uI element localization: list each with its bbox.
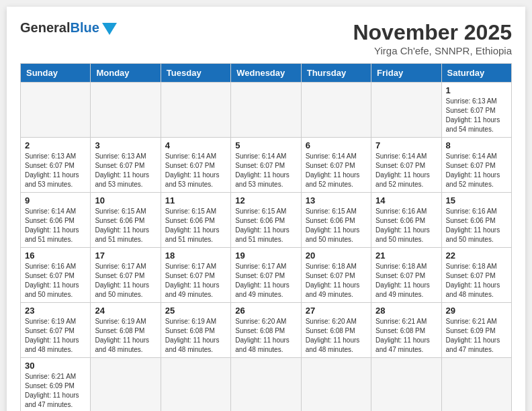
- day-cell-3-0: 16Sunrise: 6:16 AMSunset: 6:07 PMDayligh…: [21, 248, 91, 303]
- day-number-20: 20: [306, 250, 367, 261]
- day-number-28: 28: [375, 306, 437, 316]
- day-cell-3-4: 20Sunrise: 6:18 AMSunset: 6:07 PMDayligh…: [301, 248, 371, 303]
- calendar-table: Sunday Monday Tuesday Wednesday Thursday…: [20, 63, 512, 411]
- day-cell-1-6: 8Sunrise: 6:14 AMSunset: 6:07 PMDaylight…: [441, 138, 511, 193]
- day-cell-4-1: 24Sunrise: 6:19 AMSunset: 6:08 PMDayligh…: [91, 303, 161, 358]
- week-row-1: 2Sunrise: 6:13 AMSunset: 6:07 PMDaylight…: [21, 138, 512, 193]
- week-row-5: 30Sunrise: 6:21 AMSunset: 6:09 PMDayligh…: [21, 358, 512, 412]
- day-cell-5-6: [441, 358, 511, 412]
- day-cell-2-2: 11Sunrise: 6:15 AMSunset: 6:06 PMDayligh…: [161, 193, 230, 248]
- day-info-23: Sunrise: 6:19 AMSunset: 6:07 PMDaylight:…: [25, 317, 86, 355]
- day-cell-0-5: [371, 83, 441, 138]
- day-info-2: Sunrise: 6:13 AMSunset: 6:07 PMDaylight:…: [25, 152, 86, 189]
- day-cell-3-3: 19Sunrise: 6:17 AMSunset: 6:07 PMDayligh…: [231, 248, 301, 303]
- day-number-17: 17: [95, 250, 156, 261]
- day-cell-5-2: [161, 358, 230, 412]
- day-cell-0-4: [301, 83, 371, 138]
- day-info-29: Sunrise: 6:21 AMSunset: 6:09 PMDaylight:…: [446, 317, 507, 355]
- day-cell-4-4: 27Sunrise: 6:20 AMSunset: 6:08 PMDayligh…: [301, 303, 371, 358]
- header-wednesday: Wednesday: [231, 64, 301, 83]
- day-info-6: Sunrise: 6:14 AMSunset: 6:07 PMDaylight:…: [306, 152, 367, 189]
- header-friday: Friday: [371, 64, 441, 83]
- day-number-19: 19: [235, 250, 296, 261]
- day-number-25: 25: [165, 306, 226, 316]
- day-info-12: Sunrise: 6:15 AMSunset: 6:06 PMDaylight:…: [235, 207, 296, 244]
- day-cell-1-2: 4Sunrise: 6:14 AMSunset: 6:07 PMDaylight…: [161, 138, 230, 193]
- day-info-13: Sunrise: 6:15 AMSunset: 6:06 PMDaylight:…: [306, 207, 367, 244]
- day-info-7: Sunrise: 6:14 AMSunset: 6:07 PMDaylight:…: [375, 152, 437, 189]
- day-cell-2-6: 15Sunrise: 6:16 AMSunset: 6:06 PMDayligh…: [441, 193, 511, 248]
- header-monday: Monday: [91, 64, 161, 83]
- logo-text-blue: Blue: [70, 20, 99, 36]
- svg-marker-0: [102, 23, 117, 35]
- day-info-18: Sunrise: 6:17 AMSunset: 6:07 PMDaylight:…: [165, 262, 226, 300]
- day-number-18: 18: [165, 250, 226, 261]
- day-info-19: Sunrise: 6:17 AMSunset: 6:07 PMDaylight:…: [235, 262, 296, 300]
- day-info-11: Sunrise: 6:15 AMSunset: 6:06 PMDaylight:…: [165, 207, 226, 244]
- day-info-17: Sunrise: 6:17 AMSunset: 6:07 PMDaylight:…: [95, 262, 156, 300]
- day-number-3: 3: [95, 140, 156, 150]
- day-number-30: 30: [25, 361, 86, 371]
- calendar-body: 1Sunrise: 6:13 AMSunset: 6:07 PMDaylight…: [21, 83, 512, 412]
- day-cell-3-1: 17Sunrise: 6:17 AMSunset: 6:07 PMDayligh…: [91, 248, 161, 303]
- day-info-8: Sunrise: 6:14 AMSunset: 6:07 PMDaylight:…: [446, 152, 507, 189]
- day-info-28: Sunrise: 6:21 AMSunset: 6:08 PMDaylight:…: [375, 317, 437, 355]
- day-cell-3-5: 21Sunrise: 6:18 AMSunset: 6:07 PMDayligh…: [371, 248, 441, 303]
- day-cell-3-2: 18Sunrise: 6:17 AMSunset: 6:07 PMDayligh…: [161, 248, 230, 303]
- day-cell-1-3: 5Sunrise: 6:14 AMSunset: 6:07 PMDaylight…: [231, 138, 301, 193]
- day-number-7: 7: [375, 140, 437, 150]
- day-info-1: Sunrise: 6:13 AMSunset: 6:07 PMDaylight:…: [446, 97, 507, 134]
- day-cell-1-4: 6Sunrise: 6:14 AMSunset: 6:07 PMDaylight…: [301, 138, 371, 193]
- day-cell-4-6: 29Sunrise: 6:21 AMSunset: 6:09 PMDayligh…: [441, 303, 511, 358]
- day-number-4: 4: [165, 140, 226, 150]
- day-cell-3-6: 22Sunrise: 6:18 AMSunset: 6:07 PMDayligh…: [441, 248, 511, 303]
- day-number-6: 6: [306, 140, 367, 150]
- day-info-4: Sunrise: 6:14 AMSunset: 6:07 PMDaylight:…: [165, 152, 226, 189]
- day-cell-5-0: 30Sunrise: 6:21 AMSunset: 6:09 PMDayligh…: [21, 358, 91, 412]
- day-number-23: 23: [25, 306, 86, 316]
- day-info-14: Sunrise: 6:16 AMSunset: 6:06 PMDaylight:…: [375, 207, 437, 244]
- day-number-26: 26: [235, 306, 296, 316]
- day-cell-0-2: [161, 83, 230, 138]
- day-cell-0-3: [231, 83, 301, 138]
- day-number-9: 9: [25, 195, 86, 205]
- calendar-container: General Blue November 2025 Yirga Ch'efe,…: [7, 7, 525, 411]
- day-info-10: Sunrise: 6:15 AMSunset: 6:06 PMDaylight:…: [95, 207, 156, 244]
- day-cell-2-1: 10Sunrise: 6:15 AMSunset: 6:06 PMDayligh…: [91, 193, 161, 248]
- day-info-15: Sunrise: 6:16 AMSunset: 6:06 PMDaylight:…: [446, 207, 507, 244]
- day-cell-2-4: 13Sunrise: 6:15 AMSunset: 6:06 PMDayligh…: [301, 193, 371, 248]
- day-number-15: 15: [446, 195, 507, 205]
- day-info-22: Sunrise: 6:18 AMSunset: 6:07 PMDaylight:…: [446, 262, 507, 300]
- day-info-16: Sunrise: 6:16 AMSunset: 6:07 PMDaylight:…: [25, 262, 86, 300]
- week-row-2: 9Sunrise: 6:14 AMSunset: 6:06 PMDaylight…: [21, 193, 512, 248]
- day-number-21: 21: [375, 250, 437, 261]
- day-info-26: Sunrise: 6:20 AMSunset: 6:08 PMDaylight:…: [235, 317, 296, 355]
- day-info-25: Sunrise: 6:19 AMSunset: 6:08 PMDaylight:…: [165, 317, 226, 355]
- day-number-11: 11: [165, 195, 226, 205]
- logo-triangle-icon: [102, 23, 117, 35]
- day-info-5: Sunrise: 6:14 AMSunset: 6:07 PMDaylight:…: [235, 152, 296, 189]
- day-cell-1-5: 7Sunrise: 6:14 AMSunset: 6:07 PMDaylight…: [371, 138, 441, 193]
- day-cell-2-0: 9Sunrise: 6:14 AMSunset: 6:06 PMDaylight…: [21, 193, 91, 248]
- logo-text-general: General: [20, 20, 70, 36]
- header-tuesday: Tuesday: [161, 64, 230, 83]
- day-number-2: 2: [25, 140, 86, 150]
- day-cell-2-5: 14Sunrise: 6:16 AMSunset: 6:06 PMDayligh…: [371, 193, 441, 248]
- week-row-4: 23Sunrise: 6:19 AMSunset: 6:07 PMDayligh…: [21, 303, 512, 358]
- day-cell-0-1: [91, 83, 161, 138]
- day-info-27: Sunrise: 6:20 AMSunset: 6:08 PMDaylight:…: [306, 317, 367, 355]
- day-info-24: Sunrise: 6:19 AMSunset: 6:08 PMDaylight:…: [95, 317, 156, 355]
- day-number-16: 16: [25, 250, 86, 261]
- days-header-row: Sunday Monday Tuesday Wednesday Thursday…: [21, 64, 512, 83]
- day-info-30: Sunrise: 6:21 AMSunset: 6:09 PMDaylight:…: [25, 372, 86, 410]
- header-thursday: Thursday: [301, 64, 371, 83]
- day-info-3: Sunrise: 6:13 AMSunset: 6:07 PMDaylight:…: [95, 152, 156, 189]
- logo: General Blue: [20, 20, 117, 36]
- header-saturday: Saturday: [441, 64, 511, 83]
- header-sunday: Sunday: [21, 64, 91, 83]
- day-cell-5-5: [371, 358, 441, 412]
- day-cell-1-0: 2Sunrise: 6:13 AMSunset: 6:07 PMDaylight…: [21, 138, 91, 193]
- day-cell-4-2: 25Sunrise: 6:19 AMSunset: 6:08 PMDayligh…: [161, 303, 230, 358]
- day-cell-5-3: [231, 358, 301, 412]
- day-number-1: 1: [446, 85, 507, 95]
